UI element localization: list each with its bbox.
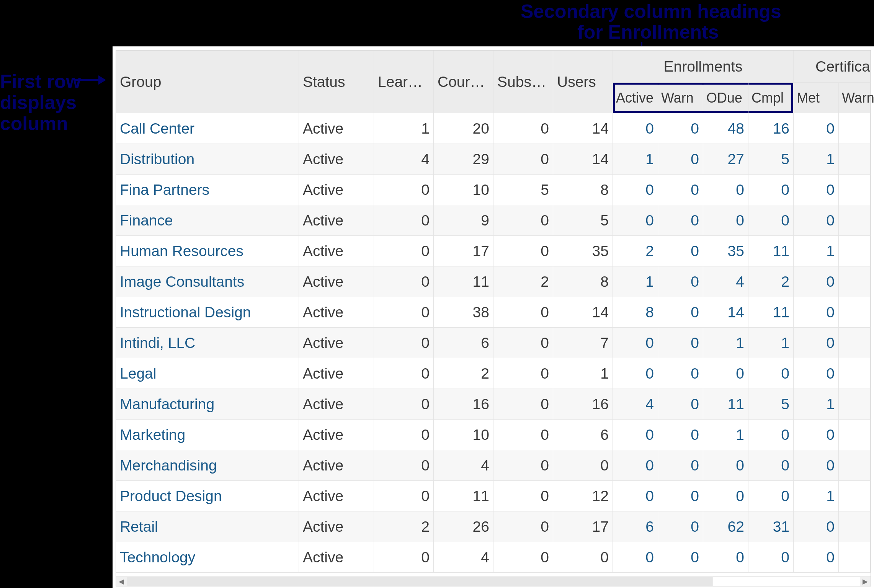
cell-cert-met[interactable]: 0	[794, 113, 839, 144]
cell-cert-met[interactable]: 0	[794, 297, 839, 328]
cell-cert-warn[interactable]	[839, 236, 871, 266]
cell-cert-met[interactable]: 0	[794, 420, 839, 450]
col-header-subscriptions[interactable]: Subscri…	[493, 51, 553, 113]
cell-enr-warn[interactable]: 0	[658, 328, 703, 358]
col-header-cert-warn[interactable]: Warn	[839, 83, 871, 113]
cell-enr-active[interactable]: 0	[613, 420, 658, 450]
cell-cert-met[interactable]: 0	[794, 511, 839, 542]
cell-enr-warn[interactable]: 0	[658, 420, 703, 450]
cell-cert-met[interactable]: 0	[794, 358, 839, 389]
cell-enr-cmpl[interactable]: 0	[748, 175, 794, 205]
cell-cert-warn[interactable]	[839, 205, 871, 236]
col-header-users[interactable]: Users	[553, 51, 613, 113]
cell-cert-warn[interactable]	[839, 481, 871, 511]
col-group-header-enrollments[interactable]: Enrollments	[613, 51, 794, 83]
cell-group-link[interactable]: Finance	[116, 205, 299, 236]
cell-enr-cmpl[interactable]: 0	[748, 450, 794, 481]
cell-enr-active[interactable]: 0	[613, 450, 658, 481]
scroll-thumb[interactable]	[127, 577, 713, 586]
col-header-enr-warn[interactable]: Warn	[658, 83, 703, 113]
scroll-right-button[interactable]: ▶	[860, 577, 871, 586]
cell-enr-cmpl[interactable]: 1	[748, 328, 794, 358]
cell-enr-cmpl[interactable]: 11	[748, 297, 794, 328]
cell-cert-met[interactable]: 1	[794, 144, 839, 175]
cell-enr-warn[interactable]: 0	[658, 236, 703, 266]
cell-enr-odue[interactable]: 0	[703, 542, 748, 573]
cell-cert-warn[interactable]	[839, 266, 871, 297]
cell-cert-met[interactable]: 1	[794, 236, 839, 266]
cell-enr-odue[interactable]: 0	[703, 205, 748, 236]
scroll-left-button[interactable]: ◀	[116, 577, 127, 586]
cell-cert-met[interactable]: 0	[794, 542, 839, 573]
cell-group-link[interactable]: Manufacturing	[116, 389, 299, 420]
col-header-learning[interactable]: Learnin…	[374, 51, 434, 113]
cell-cert-warn[interactable]	[839, 511, 871, 542]
cell-enr-odue[interactable]: 27	[703, 144, 748, 175]
cell-enr-active[interactable]: 0	[613, 113, 658, 144]
cell-enr-active[interactable]: 4	[613, 389, 658, 420]
cell-enr-cmpl[interactable]: 5	[748, 389, 794, 420]
cell-enr-odue[interactable]: 11	[703, 389, 748, 420]
cell-enr-active[interactable]: 0	[613, 175, 658, 205]
col-header-status[interactable]: Status	[299, 51, 374, 113]
cell-cert-warn[interactable]	[839, 144, 871, 175]
horizontal-scrollbar[interactable]: ◀ ▶	[116, 577, 871, 586]
cell-enr-odue[interactable]: 0	[703, 358, 748, 389]
col-header-courses[interactable]: Courses	[434, 51, 493, 113]
cell-enr-odue[interactable]: 62	[703, 511, 748, 542]
cell-group-link[interactable]: Retail	[116, 511, 299, 542]
cell-enr-odue[interactable]: 0	[703, 450, 748, 481]
cell-enr-cmpl[interactable]: 16	[748, 113, 794, 144]
cell-enr-warn[interactable]: 0	[658, 175, 703, 205]
cell-enr-active[interactable]: 0	[613, 328, 658, 358]
cell-cert-met[interactable]: 0	[794, 175, 839, 205]
cell-cert-warn[interactable]	[839, 175, 871, 205]
cell-enr-active[interactable]: 1	[613, 144, 658, 175]
cell-enr-warn[interactable]: 0	[658, 389, 703, 420]
cell-enr-odue[interactable]: 35	[703, 236, 748, 266]
cell-group-link[interactable]: Technology	[116, 542, 299, 573]
cell-cert-warn[interactable]	[839, 542, 871, 573]
cell-enr-cmpl[interactable]: 0	[748, 481, 794, 511]
cell-cert-met[interactable]: 0	[794, 266, 839, 297]
cell-enr-cmpl[interactable]: 5	[748, 144, 794, 175]
cell-enr-warn[interactable]: 0	[658, 297, 703, 328]
cell-group-link[interactable]: Merchandising	[116, 450, 299, 481]
cell-group-link[interactable]: Intindi, LLC	[116, 328, 299, 358]
cell-enr-cmpl[interactable]: 0	[748, 205, 794, 236]
cell-enr-warn[interactable]: 0	[658, 205, 703, 236]
cell-enr-cmpl[interactable]: 11	[748, 236, 794, 266]
cell-enr-warn[interactable]: 0	[658, 511, 703, 542]
cell-enr-odue[interactable]: 0	[703, 175, 748, 205]
cell-cert-warn[interactable]	[839, 358, 871, 389]
cell-enr-odue[interactable]: 14	[703, 297, 748, 328]
cell-enr-active[interactable]: 6	[613, 511, 658, 542]
cell-cert-warn[interactable]	[839, 328, 871, 358]
col-header-enr-odue[interactable]: ODue	[703, 83, 748, 113]
cell-enr-cmpl[interactable]: 2	[748, 266, 794, 297]
col-header-enr-active[interactable]: Active	[613, 83, 658, 113]
col-group-header-certifications[interactable]: Certifica	[794, 51, 871, 83]
cell-group-link[interactable]: Image Consultants	[116, 266, 299, 297]
cell-enr-warn[interactable]: 0	[658, 481, 703, 511]
cell-enr-active[interactable]: 0	[613, 205, 658, 236]
cell-enr-warn[interactable]: 0	[658, 542, 703, 573]
cell-enr-cmpl[interactable]: 31	[748, 511, 794, 542]
cell-cert-warn[interactable]	[839, 297, 871, 328]
cell-cert-met[interactable]: 0	[794, 450, 839, 481]
cell-group-link[interactable]: Legal	[116, 358, 299, 389]
cell-enr-active[interactable]: 1	[613, 266, 658, 297]
cell-enr-active[interactable]: 8	[613, 297, 658, 328]
cell-group-link[interactable]: Call Center	[116, 113, 299, 144]
cell-enr-warn[interactable]: 0	[658, 113, 703, 144]
col-header-group[interactable]: Group	[116, 51, 299, 113]
cell-cert-met[interactable]: 0	[794, 205, 839, 236]
cell-group-link[interactable]: Human Resources	[116, 236, 299, 266]
cell-enr-active[interactable]: 0	[613, 542, 658, 573]
cell-enr-odue[interactable]: 1	[703, 328, 748, 358]
cell-cert-met[interactable]: 0	[794, 328, 839, 358]
cell-cert-met[interactable]: 1	[794, 389, 839, 420]
cell-enr-active[interactable]: 2	[613, 236, 658, 266]
cell-cert-met[interactable]: 1	[794, 481, 839, 511]
cell-cert-warn[interactable]	[839, 389, 871, 420]
